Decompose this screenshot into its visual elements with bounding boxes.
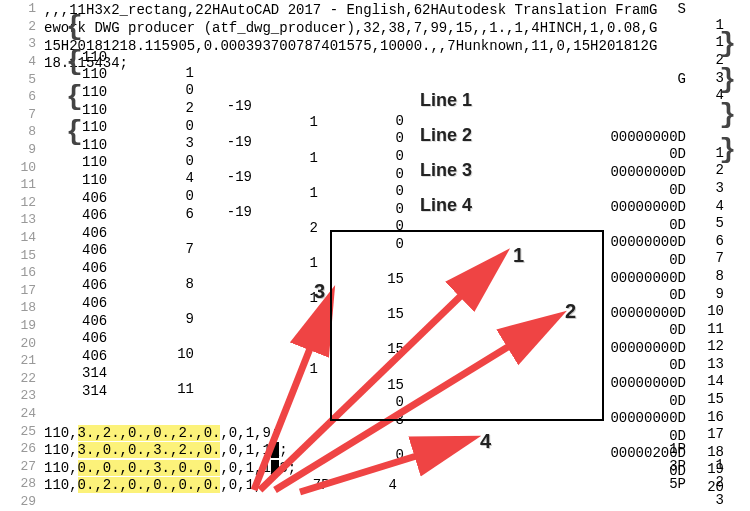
line-number: 24 bbox=[0, 406, 44, 421]
line-number: 29 bbox=[0, 494, 44, 509]
line-number: 4 bbox=[0, 54, 44, 69]
line-number: 26 bbox=[0, 441, 44, 456]
line-number: 5 bbox=[0, 72, 44, 87]
line-number: 16 bbox=[0, 265, 44, 280]
line-number: 17 bbox=[0, 283, 44, 298]
line-number: 21 bbox=[0, 353, 44, 368]
line-number: 9 bbox=[0, 142, 44, 157]
line-number: 11 bbox=[0, 177, 44, 192]
line-number: 22 bbox=[0, 371, 44, 386]
line-number: 10 bbox=[0, 160, 44, 175]
line-number: 15 bbox=[0, 248, 44, 263]
line-number: 7 bbox=[0, 107, 44, 122]
line-number: 18 bbox=[0, 300, 44, 315]
line-number: 1 bbox=[0, 1, 44, 16]
line-number: 20 bbox=[0, 336, 44, 351]
line-number: 8 bbox=[0, 124, 44, 139]
line-number: 6 bbox=[0, 89, 44, 104]
line-number: 2 bbox=[0, 19, 44, 34]
line-content: 110,0.,2.,0.,0.,0.,0.,0,1, 7P 4 bbox=[44, 461, 734, 511]
line-number: 23 bbox=[0, 388, 44, 403]
line-number: 28 bbox=[0, 476, 44, 491]
line-number: 3 bbox=[0, 36, 44, 51]
line-number: 12 bbox=[0, 195, 44, 210]
line-number: 14 bbox=[0, 230, 44, 245]
line-number: 25 bbox=[0, 424, 44, 439]
line-number: 13 bbox=[0, 212, 44, 227]
code-line: 29 110,0.,2.,0.,0.,0.,0.,0,1, 7P 4 bbox=[0, 493, 750, 511]
line-number: 19 bbox=[0, 318, 44, 333]
line-number: 27 bbox=[0, 459, 44, 474]
highlighted-data: 0.,2.,0.,0.,0.,0. bbox=[78, 477, 221, 493]
